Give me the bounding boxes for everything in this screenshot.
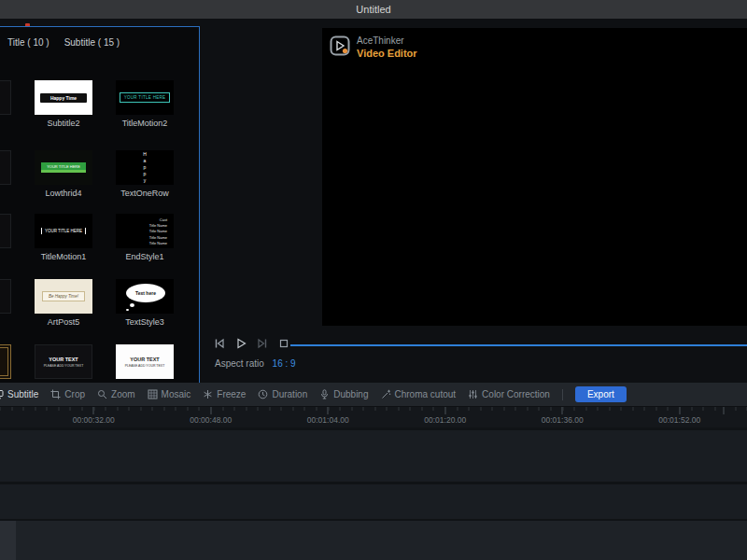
watermark: AceThinker Video Editor — [330, 35, 417, 60]
template-thumbnail — [0, 150, 11, 185]
template-thumbnail: YOUR TITLE HERE — [35, 214, 92, 248]
tool-freeze[interactable]: Freeze — [203, 389, 246, 399]
stop-button[interactable] — [277, 337, 290, 350]
thumb-text: YOUR TITLE HERE — [41, 228, 86, 234]
next-frame-button[interactable] — [256, 337, 269, 350]
app-window: Untitled Title ( 10 ) Subtitle ( 15 ) Ha… — [0, 0, 747, 560]
aspect-ratio-value[interactable]: 16 : 9 — [273, 358, 296, 369]
template-item-titlemotion2[interactable]: YOUR TITLE HERE TitleMotion2 — [116, 80, 174, 128]
tool-label: Chroma cutout — [395, 389, 457, 399]
tool-chroma-cutout[interactable]: Chroma cutout — [381, 389, 457, 399]
toolbar-separator — [562, 389, 563, 400]
template-thumbnail — [0, 279, 11, 314]
tool-subtitle[interactable]: Subtitle — [0, 389, 38, 399]
transport-controls — [213, 337, 290, 350]
tool-zoom[interactable]: Zoom — [97, 389, 135, 399]
template-thumbnail: YOUR TEXT PLEASE ADD YOUR TEXT — [35, 344, 92, 379]
tool-mosaic[interactable]: Mosaic — [148, 389, 191, 399]
play-button[interactable] — [234, 337, 247, 350]
template-item-textonerow[interactable]: Happy TextOneRow — [116, 150, 174, 198]
template-thumbnail: Cast Title Name Title Name Title Name Ti… — [116, 214, 174, 248]
template-item[interactable] — [0, 150, 11, 185]
video-preview: AceThinker Video Editor — [322, 28, 747, 326]
template-item-textstyle3[interactable]: Text here TextStyle3 — [116, 279, 174, 327]
tab-subtitle[interactable]: Subtitle ( 15 ) — [64, 37, 120, 48]
previous-frame-button[interactable] — [213, 337, 226, 350]
template-item-subtitle2[interactable]: Happy Time Subtitle2 — [35, 80, 92, 128]
chroma-cutout-icon — [381, 389, 391, 399]
template-thumbnail — [0, 80, 11, 115]
cloud-bubble — [126, 309, 129, 312]
template-item[interactable]: YOUR TEXT PLEASE ADD YOUR TEXT — [35, 344, 92, 379]
mosaic-icon — [148, 389, 158, 399]
template-thumbnail: Happy — [116, 150, 174, 185]
video-track[interactable] — [0, 430, 747, 482]
overlay-track[interactable] — [0, 484, 747, 519]
titlebar: Untitled — [0, 0, 747, 19]
template-item[interactable] — [0, 344, 11, 379]
timeline-tracks — [0, 427, 747, 560]
brand-name: AceThinker — [357, 35, 417, 48]
ruler-label: 00:01:52.00 — [621, 415, 739, 425]
thumb-subtext: PLEASE ADD YOUR TEXT — [44, 364, 84, 368]
thumb-text: Text here — [126, 284, 165, 302]
zoom-icon — [97, 389, 107, 399]
edit-toolbar: Subtitle Crop Zoom Mosaic — [0, 383, 747, 406]
tool-duration[interactable]: Duration — [258, 389, 307, 399]
cloud-bubble — [130, 303, 134, 307]
tool-dubbing[interactable]: Dubbing — [319, 389, 368, 399]
template-label: EndStyle1 — [116, 252, 174, 261]
export-button[interactable]: Export — [575, 386, 627, 402]
audio-track[interactable] — [0, 521, 747, 560]
template-label: Subtitle2 — [35, 119, 92, 128]
template-thumbnail: Be Happy Time! — [35, 279, 92, 314]
template-item[interactable] — [0, 279, 11, 314]
brand-product: Video Editor — [357, 48, 417, 61]
tool-label: Color Correction — [482, 389, 550, 399]
tool-label: Crop — [64, 389, 85, 399]
template-thumbnail: YOUR TITLE HERE — [35, 150, 92, 185]
ruler-minor-ticks — [0, 407, 747, 411]
ruler-labels: 00:00:16.00 00:00:32.00 00:00:48.00 00:0… — [0, 415, 739, 425]
template-label: TextOneRow — [116, 189, 174, 198]
thumb-text: Happy — [142, 151, 148, 184]
thumb-text: YOUR TITLE HERE — [120, 92, 171, 103]
template-thumbnail: YOUR TITLE HERE — [116, 80, 174, 115]
tool-color-correction[interactable]: Color Correction — [468, 389, 550, 399]
thumb-text: YOUR TEXT — [49, 357, 78, 362]
dubbing-icon — [319, 389, 330, 399]
subtitle-icon — [0, 389, 4, 399]
template-item-artpost5[interactable]: Be Happy Time! ArtPost5 — [35, 279, 92, 327]
duration-icon — [258, 389, 268, 399]
timeline-ruler[interactable]: 00:00:16.00 00:00:32.00 00:00:48.00 00:0… — [0, 407, 747, 427]
template-item[interactable] — [0, 80, 11, 115]
aspect-ratio-row: Aspect ratio 16 : 9 — [215, 358, 296, 369]
template-item-titlemotion1[interactable]: YOUR TITLE HERE TitleMotion1 — [35, 214, 92, 261]
template-item-lowthrid4[interactable]: YOUR TITLE HERE Lowthrid4 — [35, 150, 92, 198]
acethinker-logo-icon — [330, 35, 350, 56]
thumb-subtext: PLEASE ADD YOUR TEXT — [125, 364, 165, 368]
tool-label: Mosaic — [162, 389, 191, 399]
crop-icon — [50, 389, 61, 399]
template-thumbnail: Text here — [116, 279, 174, 314]
ruler-label: 00:00:32.00 — [35, 415, 153, 425]
freeze-icon — [203, 389, 213, 399]
tool-label: Dubbing — [333, 389, 368, 399]
template-label: TitleMotion2 — [116, 119, 174, 128]
ruler-label: 00:00:16.00 — [0, 415, 35, 425]
template-item-endstyle1[interactable]: Cast Title Name Title Name Title Name Ti… — [116, 214, 174, 261]
seek-bar[interactable] — [290, 344, 747, 346]
tool-label: Subtitle — [7, 389, 38, 399]
template-label: TitleMotion1 — [35, 252, 92, 261]
tool-crop[interactable]: Crop — [50, 389, 85, 399]
tool-label: Zoom — [111, 389, 135, 399]
template-label: ArtPost5 — [35, 317, 92, 327]
template-thumbnail: YOUR TEXT PLEASE ADD YOUR TEXT — [116, 344, 174, 379]
template-item[interactable]: YOUR TEXT PLEASE ADD YOUR TEXT — [116, 344, 174, 379]
ruler-label: 00:00:48.00 — [152, 415, 270, 425]
tab-title[interactable]: Title ( 10 ) — [7, 37, 49, 48]
template-panel: Title ( 10 ) Subtitle ( 15 ) Happy Time … — [0, 26, 200, 388]
template-item[interactable] — [0, 214, 11, 248]
template-thumbnail: Happy Time — [35, 80, 92, 115]
template-label: Lowthrid4 — [35, 189, 92, 198]
